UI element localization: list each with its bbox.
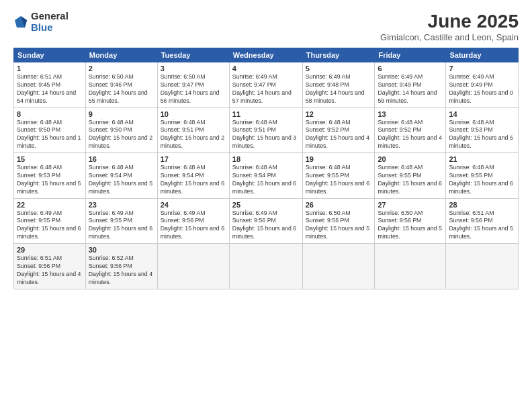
- logo-text: General Blue: [31, 11, 69, 33]
- main-title: June 2025: [380, 11, 519, 32]
- empty-5: [446, 244, 519, 289]
- day-5: 5 Sunrise: 6:49 AMSunset: 9:48 PMDayligh…: [302, 62, 375, 108]
- empty-3: [302, 244, 375, 289]
- day-19: 19 Sunrise: 6:48 AMSunset: 9:55 PMDaylig…: [302, 153, 375, 199]
- day-23: 23 Sunrise: 6:49 AMSunset: 9:55 PMDaylig…: [85, 198, 157, 244]
- day-1: 1 Sunrise: 6:51 AMSunset: 9:45 PMDayligh…: [14, 62, 86, 108]
- day-8: 8 Sunrise: 6:48 AMSunset: 9:50 PMDayligh…: [14, 107, 86, 153]
- day-2: 2 Sunrise: 6:50 AMSunset: 9:46 PMDayligh…: [85, 62, 157, 108]
- subtitle: Gimialcon, Castille and Leon, Spain: [380, 32, 519, 42]
- day-22: 22 Sunrise: 6:49 AMSunset: 9:55 PMDaylig…: [14, 198, 86, 244]
- col-wednesday: Wednesday: [229, 48, 302, 62]
- day-17: 17 Sunrise: 6:48 AMSunset: 9:54 PMDaylig…: [157, 153, 229, 199]
- empty-2: [229, 244, 302, 289]
- empty-1: [157, 244, 229, 289]
- logo-blue: Blue: [31, 22, 69, 34]
- col-friday: Friday: [375, 48, 446, 62]
- day-9: 9 Sunrise: 6:48 AMSunset: 9:50 PMDayligh…: [85, 107, 157, 153]
- day-18: 18 Sunrise: 6:48 AMSunset: 9:54 PMDaylig…: [229, 153, 302, 199]
- header-row: Sunday Monday Tuesday Wednesday Thursday…: [14, 48, 519, 62]
- week-4: 22 Sunrise: 6:49 AMSunset: 9:55 PMDaylig…: [14, 198, 519, 244]
- day-25: 25 Sunrise: 6:49 AMSunset: 9:56 PMDaylig…: [229, 198, 302, 244]
- day-6: 6 Sunrise: 6:49 AMSunset: 9:49 PMDayligh…: [375, 62, 446, 108]
- day-21: 21 Sunrise: 6:48 AMSunset: 9:55 PMDaylig…: [446, 153, 519, 199]
- day-30: 30 Sunrise: 6:52 AMSunset: 9:56 PMDaylig…: [85, 244, 157, 289]
- day-28: 28 Sunrise: 6:51 AMSunset: 9:56 PMDaylig…: [446, 198, 519, 244]
- col-tuesday: Tuesday: [157, 48, 229, 62]
- week-1: 1 Sunrise: 6:51 AMSunset: 9:45 PMDayligh…: [14, 62, 519, 108]
- calendar: Sunday Monday Tuesday Wednesday Thursday…: [13, 48, 519, 289]
- day-7: 7 Sunrise: 6:49 AMSunset: 9:49 PMDayligh…: [446, 62, 519, 108]
- empty-4: [375, 244, 446, 289]
- day-12: 12 Sunrise: 6:48 AMSunset: 9:52 PMDaylig…: [302, 107, 375, 153]
- col-saturday: Saturday: [446, 48, 519, 62]
- col-sunday: Sunday: [14, 48, 86, 62]
- col-thursday: Thursday: [302, 48, 375, 62]
- day-26: 26 Sunrise: 6:50 AMSunset: 9:56 PMDaylig…: [302, 198, 375, 244]
- page: General Blue June 2025 Gimialcon, Castil…: [0, 0, 532, 411]
- logo-icon: [13, 15, 28, 30]
- header: General Blue June 2025 Gimialcon, Castil…: [13, 11, 519, 42]
- day-15: 15 Sunrise: 6:48 AMSunset: 9:53 PMDaylig…: [14, 153, 86, 199]
- day-13: 13 Sunrise: 6:48 AMSunset: 9:52 PMDaylig…: [375, 107, 446, 153]
- day-14: 14 Sunrise: 6:48 AMSunset: 9:53 PMDaylig…: [446, 107, 519, 153]
- day-3: 3 Sunrise: 6:50 AMSunset: 9:47 PMDayligh…: [157, 62, 229, 108]
- day-24: 24 Sunrise: 6:49 AMSunset: 9:56 PMDaylig…: [157, 198, 229, 244]
- day-27: 27 Sunrise: 6:50 AMSunset: 9:56 PMDaylig…: [375, 198, 446, 244]
- week-5: 29 Sunrise: 6:51 AMSunset: 9:56 PMDaylig…: [14, 244, 519, 289]
- logo-general: General: [31, 11, 69, 22]
- title-block: June 2025 Gimialcon, Castille and Leon, …: [380, 11, 519, 42]
- day-20: 20 Sunrise: 6:48 AMSunset: 9:55 PMDaylig…: [375, 153, 446, 199]
- day-4: 4 Sunrise: 6:49 AMSunset: 9:47 PMDayligh…: [229, 62, 302, 108]
- col-monday: Monday: [85, 48, 157, 62]
- logo: General Blue: [13, 11, 69, 33]
- day-10: 10 Sunrise: 6:48 AMSunset: 9:51 PMDaylig…: [157, 107, 229, 153]
- week-2: 8 Sunrise: 6:48 AMSunset: 9:50 PMDayligh…: [14, 107, 519, 153]
- day-16: 16 Sunrise: 6:48 AMSunset: 9:54 PMDaylig…: [85, 153, 157, 199]
- week-3: 15 Sunrise: 6:48 AMSunset: 9:53 PMDaylig…: [14, 153, 519, 199]
- day-29: 29 Sunrise: 6:51 AMSunset: 9:56 PMDaylig…: [14, 244, 86, 289]
- day-11: 11 Sunrise: 6:48 AMSunset: 9:51 PMDaylig…: [229, 107, 302, 153]
